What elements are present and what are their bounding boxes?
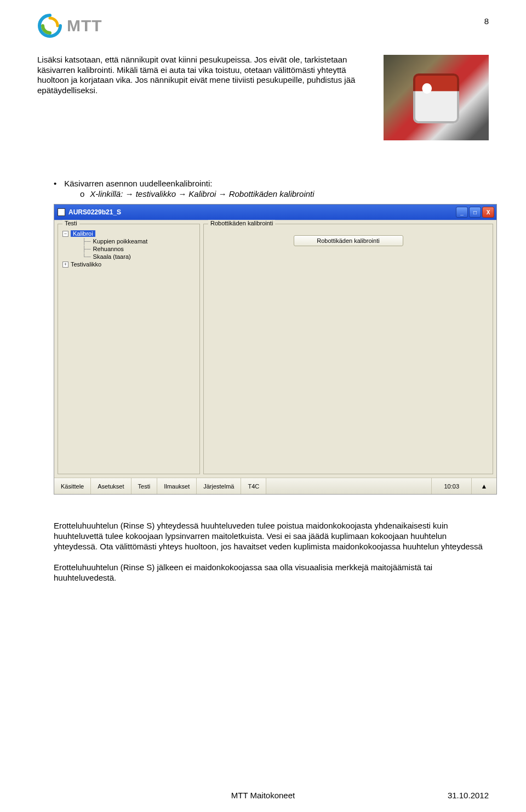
footer-center: MTT Maitokoneet: [231, 791, 295, 800]
nav-step-2: Kalibroi: [188, 189, 216, 198]
tree-row-sibling[interactable]: + Testivalikko: [61, 260, 196, 268]
nav-prefix: X-linkillä:: [90, 189, 123, 198]
window-title: AURS0229b21_S: [68, 208, 121, 216]
tree-item-rehuannos[interactable]: Rehuannos: [93, 246, 124, 252]
calibrate-button[interactable]: Robottikäden kalibrointi: [294, 235, 403, 246]
statusbar-kasittele[interactable]: Käsittele: [54, 478, 91, 494]
arrow-icon: →: [219, 189, 227, 198]
bullet-marker: •: [54, 179, 56, 188]
tree-item-kuppien[interactable]: Kuppien poikkeamat: [93, 238, 148, 245]
statusbar-time: 10:03: [431, 478, 471, 494]
tree-row-child1[interactable]: ├─ Kuppien poikkeamat: [61, 237, 196, 245]
paragraph-3: Erotteluhuuhtelun (Rinse S) jälkeen ei m…: [54, 563, 489, 583]
tree-expand-icon[interactable]: +: [62, 262, 68, 268]
subbullet-nav: X-linkillä: → testivalikko → Kalibroi → …: [90, 189, 314, 198]
window-statusbar: Käsittele Asetukset Testi Ilmaukset Järj…: [54, 478, 496, 494]
paragraph-2: Erotteluhuuhtelun (Rinse S) yhteydessä h…: [54, 521, 489, 552]
nav-step-1: testivalikko: [136, 189, 176, 198]
nav-step-3: Robottikäden kalibrointi: [229, 189, 315, 198]
tree-item-kalibroi[interactable]: Kalibroi: [71, 230, 95, 237]
tree-item-skaala[interactable]: Skaala (taara): [93, 253, 131, 260]
arrow-icon: →: [178, 189, 186, 198]
content-pane: Robottikäden kalibrointi Robottikäden ka…: [203, 224, 493, 474]
intro-paragraph: Lisäksi katsotaan, että nännikupit ovat …: [37, 55, 374, 95]
statusbar-t4c[interactable]: T4C: [241, 478, 266, 494]
tree-branch-icon: ├─: [82, 238, 91, 245]
statusbar-jarjestelma[interactable]: Järjestelmä: [197, 478, 241, 494]
maximize-button[interactable]: □: [469, 207, 481, 218]
bullet-text: Käsivarren asennon uudelleenkalibrointi:: [64, 179, 212, 188]
tree-row-child3[interactable]: └─ Skaala (taara): [61, 253, 196, 260]
close-button[interactable]: X: [482, 207, 494, 218]
tree-item-testivalikko[interactable]: Testivalikko: [71, 261, 101, 268]
window-app-icon: [58, 208, 65, 216]
statusbar-testi[interactable]: Testi: [132, 478, 158, 494]
logo-text: MTT: [67, 16, 102, 35]
tree-row-root[interactable]: − Kalibroi: [61, 230, 196, 237]
tree-pane: Testi − Kalibroi ├─ Kuppien poikkeamat ├…: [58, 224, 200, 474]
tree-legend: Testi: [62, 220, 79, 226]
tree-branch-icon: ├─: [82, 246, 91, 252]
logo: MTT: [37, 13, 102, 38]
window-titlebar[interactable]: AURS0229b21_S _ □ X: [54, 205, 496, 220]
subbullet-marker: o: [80, 189, 84, 198]
minimize-button[interactable]: _: [456, 207, 468, 218]
equipment-photo: [384, 55, 489, 140]
footer-date: 31.10.2012: [448, 791, 489, 800]
arrow-icon: →: [125, 189, 134, 198]
logo-swirl-icon: [37, 13, 62, 38]
tree-branch-icon: └─: [82, 253, 91, 260]
statusbar-asetukset[interactable]: Asetukset: [91, 478, 131, 494]
page-number: 8: [484, 13, 489, 26]
app-window: AURS0229b21_S _ □ X Testi − Kalibroi ├─: [54, 204, 497, 495]
statusbar-ilmaukset[interactable]: Ilmaukset: [157, 478, 197, 494]
statusbar-expand-icon[interactable]: ▲: [471, 478, 496, 494]
tree-row-child2[interactable]: ├─ Rehuannos: [61, 245, 196, 253]
tree-collapse-icon[interactable]: −: [62, 231, 68, 237]
content-legend: Robottikäden kalibrointi: [208, 220, 275, 226]
